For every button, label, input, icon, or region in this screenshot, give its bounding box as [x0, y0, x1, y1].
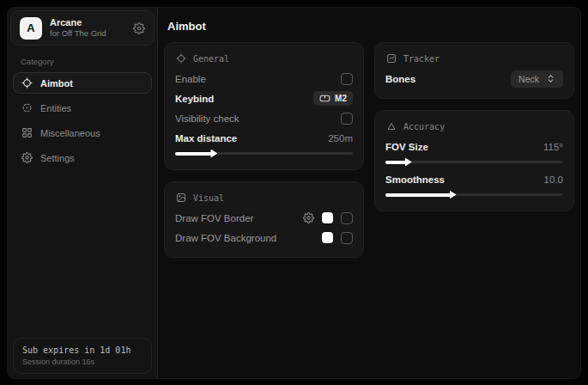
bones-select[interactable]: Neck [511, 70, 563, 88]
slider-fill [385, 161, 407, 164]
bones-label: Bones [385, 74, 415, 84]
sidebar-item-label: Miscellaneous [40, 128, 100, 138]
sidebar: A Arcane for Off The Grid Category Aimbo… [8, 8, 158, 378]
grid-icon [21, 127, 33, 138]
sidebar-item-settings[interactable]: Settings [13, 147, 152, 168]
general-card-header: General [176, 53, 353, 64]
fov-size-slider[interactable] [385, 157, 563, 166]
sidebar-item-label: Settings [40, 153, 75, 163]
sidebar-header: A Arcane for Off The Grid [10, 10, 155, 46]
sidebar-item-entities[interactable]: Entities [13, 97, 152, 119]
accuracy-card: Accuracy FOV Size 115° Smoothness [374, 110, 574, 211]
smoothness-row: Smoothness 10.0 [385, 169, 563, 189]
slider-thumb[interactable] [450, 191, 457, 199]
app-title-block: Arcane for Off The Grid [50, 17, 106, 40]
bones-row: Bones Neck [385, 69, 563, 89]
bones-selected-value: Neck [518, 74, 539, 84]
tracker-card: Tracker Bones Neck [374, 42, 574, 99]
tracker-card-header: Tracker [386, 53, 563, 64]
main-content: Aimbot General Enable Keybind [158, 8, 580, 378]
slider-track [385, 161, 563, 163]
keybind-row: Keybind M2 [175, 89, 353, 108]
max-distance-label: Max distance [175, 133, 237, 144]
gear-icon [21, 152, 33, 163]
keybind-label: Keybind [175, 94, 214, 104]
accuracy-card-header: Accuracy [386, 121, 563, 131]
page-title: Aimbot [167, 20, 574, 33]
image-icon [176, 192, 186, 203]
sub-expires-text: Sub expires in 1d 01h [22, 345, 142, 355]
chevrons-up-down-icon [546, 74, 555, 83]
enable-row: Enable [175, 69, 353, 89]
visibility-check-checkbox[interactable] [341, 113, 353, 125]
visibility-check-row: Visibility check [175, 108, 353, 128]
gear-icon[interactable] [133, 22, 145, 34]
fov-size-row: FOV Size 115° [385, 137, 563, 156]
crosshair-icon [176, 53, 186, 64]
slider-thumb[interactable] [405, 158, 412, 167]
fov-border-color-swatch[interactable] [322, 212, 333, 223]
sidebar-item-label: Entities [40, 103, 71, 113]
sidebar-item-label: Aimbot [40, 78, 73, 89]
session-duration-text: Session duration 16s [22, 358, 142, 366]
smoothness-value: 10.0 [544, 174, 563, 185]
sidebar-item-miscellaneous[interactable]: Miscellaneous [13, 122, 152, 144]
fov-border-row: Draw FOV Border [175, 208, 353, 228]
fov-border-settings-gear-icon[interactable] [303, 212, 314, 223]
general-card: General Enable Keybind M2 V [164, 42, 364, 170]
fov-background-color-swatch[interactable] [322, 232, 333, 243]
app-window: A Arcane for Off The Grid Category Aimbo… [7, 7, 581, 379]
card-title: Tracker [403, 54, 439, 64]
sidebar-item-aimbot[interactable]: Aimbot [13, 72, 152, 94]
visual-card-header: Visual [176, 192, 353, 203]
card-title: Visual [193, 193, 224, 203]
max-distance-row: Max distance 250m [175, 128, 353, 148]
app-name: Arcane [50, 17, 106, 28]
max-distance-slider[interactable] [175, 149, 353, 157]
smoothness-label: Smoothness [385, 174, 445, 185]
slider-fill [385, 193, 452, 197]
category-label: Category [21, 57, 157, 66]
angle-icon [386, 121, 397, 131]
fov-background-label: Draw FOV Background [175, 233, 276, 243]
slider-fill [175, 152, 212, 156]
enable-label: Enable [175, 74, 206, 84]
smoothness-slider[interactable] [385, 190, 563, 199]
keybind-value: M2 [335, 94, 347, 103]
fov-border-label: Draw FOV Border [175, 213, 253, 223]
card-title: Accuracy [403, 122, 445, 131]
crosshair-icon [21, 77, 33, 89]
app-logo: A [20, 17, 42, 40]
entities-icon [21, 102, 33, 113]
activity-icon [386, 53, 397, 64]
fov-size-label: FOV Size [385, 142, 428, 152]
max-distance-value: 250m [328, 133, 353, 144]
visibility-check-label: Visibility check [175, 113, 239, 124]
subscription-info-box: Sub expires in 1d 01h Session duration 1… [13, 338, 152, 374]
card-title: General [193, 54, 229, 64]
visual-card: Visual Draw FOV Border Draw [164, 181, 364, 258]
app-subtitle: for Off The Grid [50, 28, 106, 39]
mouse-icon [319, 95, 330, 102]
slider-thumb[interactable] [210, 150, 217, 158]
fov-border-checkbox[interactable] [341, 212, 353, 224]
fov-size-value: 115° [543, 142, 563, 152]
enable-checkbox[interactable] [341, 73, 353, 85]
fov-background-row: Draw FOV Background [175, 228, 353, 248]
keybind-button[interactable]: M2 [313, 91, 353, 106]
fov-background-checkbox[interactable] [341, 232, 353, 244]
